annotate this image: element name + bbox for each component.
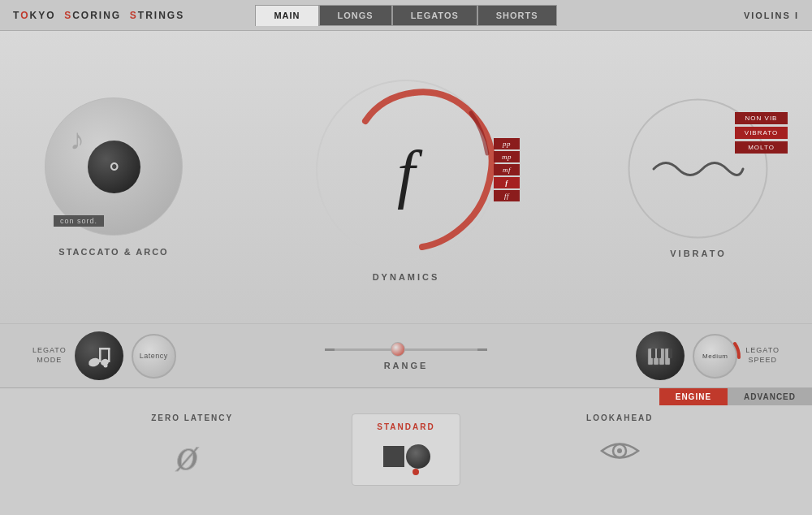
dyn-btn-pp[interactable]: pp xyxy=(494,138,520,149)
right-section: VIBRATO NON VIB VIBRATO MOLTO xyxy=(617,96,780,258)
logo-highlight-s2: S xyxy=(64,10,72,21)
medium-knob[interactable]: Medium xyxy=(693,334,737,379)
logo-highlight-s1: O xyxy=(20,10,29,21)
staccato-letter: ⚬ xyxy=(105,154,123,180)
vib-btn-vibrato[interactable]: VIBRATO xyxy=(735,127,788,139)
tab-legatos[interactable]: LEGATOS xyxy=(392,5,477,26)
lookahead-icon-wrap[interactable] xyxy=(595,429,644,474)
svg-point-2 xyxy=(87,357,101,368)
dyn-btn-f[interactable]: f xyxy=(494,177,520,188)
app-logo: TOKYO SCORING STRINGS xyxy=(13,10,255,21)
dyn-btn-mf[interactable]: mf xyxy=(494,164,520,175)
lookahead-title: LOOKAHEAD xyxy=(586,413,653,422)
engine-section: ENGINE ADVANCED ZERO LATENCY ø STANDARD xyxy=(0,388,812,515)
latency-knob[interactable]: Latency xyxy=(132,334,176,379)
svg-rect-6 xyxy=(99,348,110,350)
con-sord-badge[interactable]: con sord. xyxy=(54,215,104,227)
svg-rect-14 xyxy=(668,348,672,358)
engine-content: ZERO LATENCY ø STANDARD LOOKAHEAD xyxy=(0,405,812,494)
lookahead-col: LOOKAHEAD xyxy=(460,413,780,474)
vib-btn-nonvib[interactable]: NON VIB xyxy=(735,112,788,124)
tab-main[interactable]: MAIN xyxy=(255,5,318,26)
tab-advanced[interactable]: ADVANCED xyxy=(728,388,812,405)
dynamics-buttons: pp mp mf f ff xyxy=(494,138,520,201)
speed-section: Medium LEGATOSPEED xyxy=(601,331,780,380)
tab-engine[interactable]: ENGINE xyxy=(659,388,728,405)
tab-longs[interactable]: LONGS xyxy=(319,5,392,26)
standard-square-icon xyxy=(383,446,404,467)
legato-mode-label: LEGATOMODE xyxy=(32,346,67,365)
legato-speed-label: LEGATOSPEED xyxy=(745,346,780,365)
svg-rect-13 xyxy=(657,348,661,358)
engine-tabs: ENGINE ADVANCED xyxy=(0,388,812,405)
vib-btn-molto[interactable]: MOLTO xyxy=(735,141,788,154)
medium-knob-wrap: Medium xyxy=(693,334,737,379)
piano-knob[interactable] xyxy=(636,331,685,380)
legato-knob[interactable] xyxy=(75,331,123,380)
center-section: f pp mp mf f ff DYNAMICS xyxy=(195,72,617,282)
zero-latency-col: ZERO LATENCY ø xyxy=(32,413,352,474)
range-section: RANGE xyxy=(211,341,601,370)
main-area: ♪ ⚬ con sord. STACCATO & ARCO f p xyxy=(0,31,812,323)
nav-tabs: MAIN LONGS LEGATOS SHORTS xyxy=(255,5,556,26)
staccato-label: STACCATO & ARCO xyxy=(58,247,168,257)
range-slider[interactable] xyxy=(325,341,487,357)
dyn-btn-ff[interactable]: ff xyxy=(494,190,520,201)
dynamics-label: DYNAMICS xyxy=(373,272,440,282)
standard-col[interactable]: STANDARD xyxy=(352,413,460,486)
staccato-inner-knob: ⚬ xyxy=(88,141,140,193)
range-label: RANGE xyxy=(384,361,429,370)
logo-highlight-s3: S xyxy=(130,10,138,21)
zero-latency-title: ZERO LATENCY xyxy=(151,413,233,422)
dyn-btn-mp[interactable]: mp xyxy=(494,151,520,162)
piano-icon xyxy=(646,344,674,368)
svg-rect-5 xyxy=(108,348,110,362)
vibrato-wave-svg xyxy=(650,153,747,185)
standard-title: STANDARD xyxy=(377,422,434,431)
instance-name: VIOLINS I xyxy=(557,11,799,20)
legato-section: LEGATOMODE Latency xyxy=(32,331,211,380)
lookahead-eye-icon xyxy=(598,433,642,470)
left-section: ♪ ⚬ con sord. STACCATO & ARCO xyxy=(32,97,195,257)
medium-arc-svg xyxy=(690,331,743,384)
svg-point-7 xyxy=(103,364,107,368)
svg-rect-3 xyxy=(99,348,102,362)
staccato-knob[interactable]: ♪ ⚬ con sord. xyxy=(45,97,183,236)
range-thumb[interactable] xyxy=(391,342,405,357)
legato-note-icon xyxy=(84,341,114,370)
zero-latency-icon: ø xyxy=(172,427,213,476)
svg-point-17 xyxy=(617,448,622,453)
vibrato-buttons: NON VIB VIBRATO MOLTO xyxy=(735,112,788,154)
svg-rect-12 xyxy=(651,348,655,358)
dynamics-letter: f xyxy=(397,137,415,211)
tab-shorts[interactable]: SHORTS xyxy=(477,5,557,26)
zero-latency-icon-wrap[interactable]: ø xyxy=(168,429,217,474)
standard-circle-icon xyxy=(406,444,430,469)
header: TOKYO SCORING STRINGS MAIN LONGS LEGATOS… xyxy=(0,0,812,31)
standard-icon xyxy=(382,436,430,477)
bottom-controls: LEGATOMODE Latency xyxy=(0,323,812,388)
standard-dot-icon xyxy=(412,469,419,475)
latency-text: Latency xyxy=(140,352,168,360)
music-note-icon: ♪ xyxy=(70,123,84,157)
dynamics-knob[interactable]: f xyxy=(309,72,503,267)
vibrato-label: VIBRATO xyxy=(670,249,727,258)
svg-text:ø: ø xyxy=(175,431,199,476)
